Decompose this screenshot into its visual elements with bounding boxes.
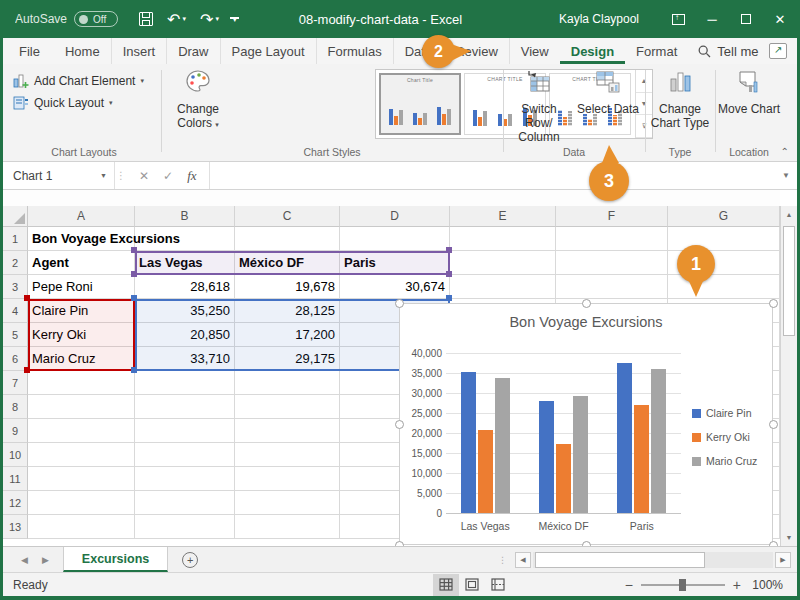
customize-qat-button[interactable]: ▾ — [228, 15, 242, 24]
select-all-corner[interactable] — [3, 206, 28, 227]
ribbon-tab-page-layout[interactable]: Page Layout — [221, 38, 317, 64]
ribbon-tab-format[interactable]: Format — [625, 38, 688, 64]
cell-C13[interactable] — [235, 515, 340, 539]
cell-C11[interactable] — [235, 467, 340, 491]
cell-B2[interactable]: Las Vegas — [135, 251, 235, 275]
row-header-1[interactable]: 1 — [3, 227, 28, 251]
row-header-7[interactable]: 7 — [3, 371, 28, 395]
change-chart-type-button[interactable]: Change Chart Type — [647, 69, 713, 130]
column-header-C[interactable]: C — [235, 206, 340, 227]
row-header-11[interactable]: 11 — [3, 467, 28, 491]
formula-bar-divider[interactable]: ⋮ — [115, 162, 127, 189]
zoom-in-button[interactable]: + — [733, 577, 741, 593]
zoom-slider-thumb[interactable] — [679, 579, 686, 591]
cell-A6[interactable]: Mario Cruz — [28, 347, 135, 371]
undo-dropdown-icon[interactable]: ▾ — [182, 15, 186, 23]
row-header-9[interactable]: 9 — [3, 419, 28, 443]
row-header-8[interactable]: 8 — [3, 395, 28, 419]
range-resize-handle[interactable] — [446, 295, 452, 301]
formula-input[interactable] — [210, 162, 775, 189]
chart-bar-kerry-oki[interactable] — [634, 405, 649, 513]
vertical-scrollbar-thumb[interactable] — [783, 226, 795, 336]
undo-button[interactable]: ↶▾ — [162, 8, 191, 31]
cell-C10[interactable] — [235, 443, 340, 467]
cell-B13[interactable] — [135, 515, 235, 539]
embedded-chart[interactable]: Bon Voyage Excursions 05,00010,00015,000… — [399, 303, 773, 545]
cell-D3[interactable]: 30,674 — [340, 275, 450, 299]
cell-C7[interactable] — [235, 371, 340, 395]
row-header-4[interactable]: 4 — [3, 299, 28, 323]
new-sheet-button[interactable]: + — [182, 547, 198, 572]
change-colors-button[interactable]: Change Colors ▾ — [165, 69, 231, 132]
scroll-down-icon[interactable]: ▼ — [781, 529, 797, 546]
range-resize-handle[interactable] — [131, 295, 137, 301]
cell-A1[interactable]: Bon Voyage Excursions — [28, 227, 135, 251]
sheet-tab-excursions[interactable]: Excursions — [63, 547, 168, 572]
cell-A3[interactable]: Pepe Roni — [28, 275, 135, 299]
scroll-right-icon[interactable]: ▶ — [775, 552, 791, 568]
zoom-slider[interactable] — [641, 584, 725, 586]
cell-A10[interactable] — [28, 443, 135, 467]
cell-B11[interactable] — [135, 467, 235, 491]
cell-A11[interactable] — [28, 467, 135, 491]
minimize-button[interactable]: ─ — [695, 0, 729, 38]
ribbon-tab-home[interactable]: Home — [54, 38, 112, 64]
move-chart-button[interactable]: Move Chart — [716, 69, 782, 116]
save-button[interactable] — [134, 10, 158, 28]
cell-B3[interactable]: 28,618 — [135, 275, 235, 299]
cell-E3[interactable] — [450, 275, 556, 299]
select-data-button[interactable]: Select Data — [575, 69, 641, 116]
row-header-5[interactable]: 5 — [3, 323, 28, 347]
cell-F1[interactable] — [556, 227, 668, 251]
scroll-up-icon[interactable]: ▲ — [781, 206, 797, 223]
cell-C12[interactable] — [235, 491, 340, 515]
vertical-scrollbar[interactable]: ▲ ▼ — [780, 206, 797, 546]
chart-resize-handle[interactable] — [395, 299, 404, 308]
cell-B12[interactable] — [135, 491, 235, 515]
row-header-10[interactable]: 10 — [3, 443, 28, 467]
redo-dropdown-icon[interactable]: ▾ — [215, 15, 219, 23]
close-button[interactable]: ✕ — [763, 0, 797, 38]
autosave-switch[interactable]: Off — [74, 11, 118, 27]
horizontal-scrollbar-thumb[interactable] — [535, 552, 705, 568]
ribbon-tab-file[interactable]: File — [3, 38, 54, 64]
page-break-view-button[interactable] — [485, 574, 511, 596]
legend-item-kerry-oki[interactable]: Kerry Oki — [692, 431, 750, 443]
cell-C9[interactable] — [235, 419, 340, 443]
chart-title[interactable]: Bon Voyage Excursions — [400, 314, 772, 330]
chart-bar-mario-cruz[interactable] — [495, 378, 510, 513]
add-chart-element-button[interactable]: Add Chart Element ▾ — [9, 70, 159, 92]
zoom-level[interactable]: 100% — [749, 578, 783, 592]
ribbon-display-options-button[interactable] — [661, 0, 695, 38]
name-box[interactable]: Chart 1 ▼ — [3, 162, 115, 189]
cell-A8[interactable] — [28, 395, 135, 419]
column-header-B[interactable]: B — [135, 206, 235, 227]
cell-C4[interactable]: 28,125 — [235, 299, 340, 323]
collapse-ribbon-button[interactable]: ⌃ — [781, 146, 789, 157]
normal-view-button[interactable] — [433, 574, 459, 596]
cell-B5[interactable]: 20,850 — [135, 323, 235, 347]
cell-C5[interactable]: 17,200 — [235, 323, 340, 347]
range-resize-handle[interactable] — [24, 295, 30, 301]
name-box-dropdown-icon[interactable]: ▼ — [100, 172, 107, 179]
page-layout-view-button[interactable] — [459, 574, 485, 596]
chart-bar-mario-cruz[interactable] — [651, 369, 666, 513]
range-resize-handle[interactable] — [131, 367, 137, 373]
cell-C2[interactable]: México DF — [235, 251, 340, 275]
cell-D2[interactable]: Paris — [340, 251, 450, 275]
cell-B4[interactable]: 35,250 — [135, 299, 235, 323]
cell-A12[interactable] — [28, 491, 135, 515]
row-header-13[interactable]: 13 — [3, 515, 28, 539]
cell-D1[interactable] — [340, 227, 450, 251]
cell-B9[interactable] — [135, 419, 235, 443]
cell-C6[interactable]: 29,175 — [235, 347, 340, 371]
cell-B6[interactable]: 33,710 — [135, 347, 235, 371]
column-header-D[interactable]: D — [340, 206, 450, 227]
cell-A13[interactable] — [28, 515, 135, 539]
sheet-nav-right-icon[interactable]: ▶ — [42, 555, 49, 565]
cell-A5[interactable]: Kerry Oki — [28, 323, 135, 347]
sheet-nav-left-icon[interactable]: ◀ — [21, 555, 28, 565]
legend-item-claire-pin[interactable]: Claire Pin — [692, 407, 752, 419]
maximize-button[interactable] — [729, 0, 763, 38]
quick-layout-button[interactable]: Quick Layout ▾ — [9, 92, 159, 114]
